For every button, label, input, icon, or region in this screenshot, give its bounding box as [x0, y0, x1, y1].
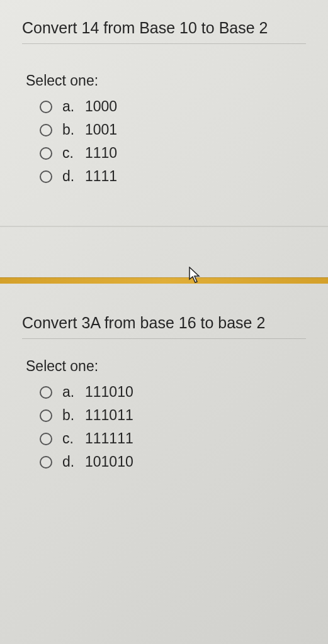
radio-icon[interactable]: [40, 433, 52, 445]
option-letter: c.: [62, 145, 85, 162]
option-letter: a.: [62, 98, 85, 115]
option-letter: d.: [62, 453, 85, 470]
option-value: 101010: [85, 453, 306, 470]
question-1: Convert 14 from Base 10 to Base 2 Select…: [0, 0, 328, 204]
divider: [22, 43, 306, 44]
option-row-d[interactable]: d. 1111: [40, 168, 306, 185]
option-value: 111011: [85, 407, 306, 424]
option-value: 1111: [85, 168, 306, 185]
question-1-options: a. 1000 b. 1001 c. 1110 d. 1111: [22, 98, 306, 185]
select-one-label: Select one:: [26, 72, 306, 89]
option-letter: b.: [62, 121, 85, 138]
radio-icon[interactable]: [40, 147, 52, 160]
gold-divider: [0, 277, 328, 284]
radio-icon[interactable]: [40, 456, 52, 469]
option-value: 1110: [85, 145, 306, 162]
radio-icon[interactable]: [40, 409, 52, 422]
thin-divider: [0, 226, 328, 227]
option-row-b[interactable]: b. 1001: [40, 121, 306, 138]
option-letter: b.: [62, 407, 85, 424]
select-one-label: Select one:: [26, 358, 306, 375]
radio-icon[interactable]: [40, 170, 52, 183]
option-row-b[interactable]: b. 111011: [40, 407, 306, 424]
option-row-a[interactable]: a. 111010: [40, 384, 306, 401]
option-row-c[interactable]: c. 1110: [40, 145, 306, 162]
question-2: Convert 3A from base 16 to base 2 Select…: [0, 290, 328, 489]
radio-icon[interactable]: [40, 101, 52, 113]
option-value: 1001: [85, 121, 306, 138]
option-value: 111111: [85, 430, 306, 447]
radio-icon[interactable]: [40, 124, 52, 136]
radio-icon[interactable]: [40, 386, 52, 399]
option-row-a[interactable]: a. 1000: [40, 98, 306, 115]
option-value: 1000: [85, 98, 306, 115]
option-row-d[interactable]: d. 101010: [40, 453, 306, 470]
option-letter: a.: [62, 384, 85, 401]
option-value: 111010: [85, 384, 306, 401]
divider: [22, 338, 306, 339]
question-1-prompt: Convert 14 from Base 10 to Base 2: [22, 19, 306, 37]
option-letter: d.: [62, 168, 85, 185]
question-2-options: a. 111010 b. 111011 c. 111111 d. 101010: [22, 384, 306, 470]
question-2-prompt: Convert 3A from base 16 to base 2: [22, 314, 306, 332]
option-row-c[interactable]: c. 111111: [40, 430, 306, 447]
option-letter: c.: [62, 430, 85, 447]
